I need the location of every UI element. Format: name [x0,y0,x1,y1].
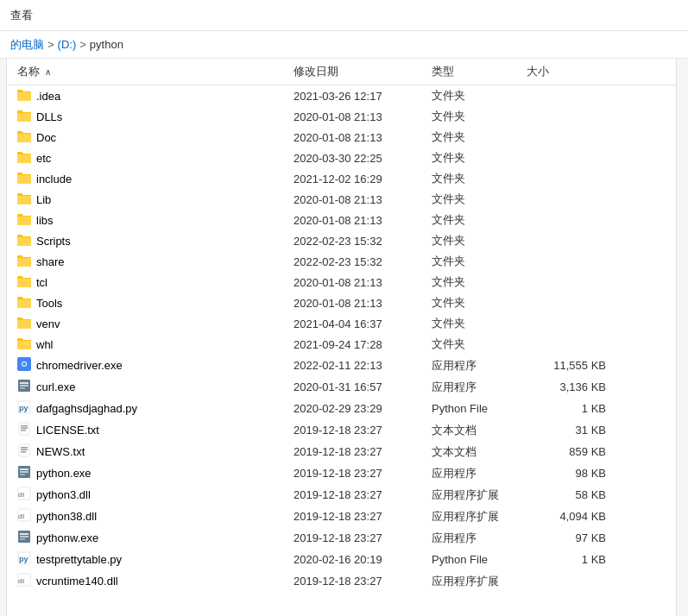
toolbar: 查看 [0,0,688,31]
scrollbar[interactable] [676,59,688,616]
file-type: 应用程序 [428,530,523,547]
table-row[interactable]: python.exe 2019-12-18 23:27 应用程序 98 KB [7,462,676,484]
table-row[interactable]: dll python38.dll 2019-12-18 23:27 应用程序扩展… [7,506,676,527]
exe-icon [17,465,31,481]
folder-icon [17,337,31,352]
svg-rect-10 [21,425,28,427]
file-name-cell: dll python3.dll [14,486,290,504]
file-modified: 2020-01-08 21:13 [290,110,428,124]
file-type: 文件夹 [428,232,523,249]
folder-icon [17,130,31,145]
table-row[interactable]: Tools 2020-01-08 21:13 文件夹 [7,292,676,313]
file-name: libs [36,214,54,227]
dll-icon: dll [17,487,31,503]
file-type: 文本文档 [428,422,523,439]
file-type: 文本文档 [428,443,523,461]
file-name-cell: tcl [14,274,290,291]
table-row[interactable]: DLLs 2020-01-08 21:13 文件夹 [7,106,676,127]
table-row[interactable]: venv 2021-04-04 16:37 文件夹 [7,313,676,334]
file-type: 文件夹 [428,273,523,291]
table-row[interactable]: Doc 2020-01-08 21:13 文件夹 [7,127,676,148]
file-modified: 2020-02-16 20:19 [290,552,428,567]
file-name: tcl [36,276,47,289]
file-type: 文件夹 [428,253,523,270]
file-name-cell: py dafgaghsdjaghad.py [14,399,290,418]
svg-rect-4 [20,382,28,384]
file-name: pythonw.exe [36,531,98,544]
col-name[interactable]: 名称 ∧ [14,62,290,81]
file-name-cell: dll vcruntime140.dll [14,572,290,590]
breadcrumb-drive[interactable]: (D:) [58,38,77,51]
table-row[interactable]: libs 2020-01-08 21:13 文件夹 [7,210,676,230]
table-row[interactable]: tcl 2020-01-08 21:13 文件夹 [7,272,676,292]
file-modified: 2019-12-18 23:27 [290,444,428,459]
file-name: Lib [36,193,51,206]
svg-rect-18 [20,468,28,470]
file-size: 31 KB [523,423,609,437]
file-type: 应用程序 [428,357,523,374]
file-name: chromedriver.exe [36,359,123,372]
col-type[interactable]: 类型 [428,62,523,81]
table-row[interactable]: etc 2020-03-30 22:25 文件夹 [7,148,676,168]
table-row[interactable]: whl 2021-09-24 17:28 文件夹 [7,334,676,355]
file-name: LICENSE.txt [36,424,99,437]
table-row[interactable]: py dafgaghsdjaghad.py 2020-02-29 23:29 P… [7,398,676,419]
folder-icon [17,317,31,331]
file-type: 文件夹 [428,191,523,208]
file-name-cell: chromedriver.exe [14,356,290,374]
svg-rect-6 [20,387,25,389]
file-name: python.exe [36,467,92,480]
col-modified[interactable]: 修改日期 [290,62,428,81]
svg-point-2 [22,362,26,366]
table-row[interactable]: NEWS.txt 2019-12-18 23:27 文本文档 859 KB [7,441,676,462]
exe-icon [17,530,31,546]
file-size [523,343,609,345]
table-row[interactable]: LICENSE.txt 2019-12-18 23:27 文本文档 31 KB [7,419,676,441]
exe-icon [17,357,31,374]
file-size: 97 KB [523,531,609,545]
table-row[interactable]: .idea 2021-03-26 12:17 文件夹 [7,85,676,106]
table-row[interactable]: chromedriver.exe 2022-02-11 22:13 应用程序 1… [7,355,676,376]
col-size[interactable]: 大小 [523,62,609,81]
file-modified: 2021-03-26 12:17 [290,89,428,104]
file-type: 应用程序扩展 [428,508,523,525]
table-row[interactable]: share 2022-02-23 15:32 文件夹 [7,251,676,272]
folder-icon [17,213,31,228]
file-name: python38.dll [36,510,97,523]
file-name: NEWS.txt [36,445,85,458]
file-type: 文件夹 [428,294,523,311]
file-type: 文件夹 [428,149,523,167]
svg-text:dll: dll [18,513,24,519]
table-row[interactable]: Scripts 2022-02-23 15:32 文件夹 [7,230,676,251]
file-type: 文件夹 [428,87,523,104]
file-name: DLLs [36,110,62,123]
file-size: 1 KB [523,552,609,567]
svg-text:dll: dll [18,492,24,498]
view-label[interactable]: 查看 [10,8,33,23]
file-name-cell: python.exe [14,464,290,482]
svg-text:py: py [19,404,28,412]
file-modified: 2022-02-11 22:13 [290,358,428,373]
table-row[interactable]: dll python3.dll 2019-12-18 23:27 应用程序扩展 … [7,484,676,506]
exe-icon [17,379,31,395]
folder-icon [17,275,31,290]
file-size: 11,555 KB [523,358,609,373]
svg-rect-19 [20,471,28,473]
table-row[interactable]: Lib 2020-01-08 21:13 文件夹 [7,189,676,210]
file-size [523,116,609,117]
file-modified: 2019-12-18 23:27 [290,423,428,437]
file-type: 文件夹 [428,211,523,229]
txt-icon [17,443,31,460]
file-type: 文件夹 [428,170,523,187]
table-row[interactable]: pythonw.exe 2019-12-18 23:27 应用程序 97 KB [7,527,676,549]
table-row[interactable]: py testprettytable.py 2020-02-16 20:19 P… [7,549,676,570]
file-name-cell: py testprettytable.py [14,550,290,569]
table-row[interactable]: dll vcruntime140.dll 2019-12-18 23:27 应用… [7,570,676,592]
file-name: curl.exe [36,380,76,393]
breadcrumb-pc[interactable]: 的电脑 [10,37,44,53]
table-row[interactable]: include 2021-12-02 16:29 文件夹 [7,168,676,189]
svg-rect-15 [21,449,28,451]
table-row[interactable]: curl.exe 2020-01-31 16:57 应用程序 3,136 KB [7,376,676,398]
py-icon: py [17,400,31,417]
file-modified: 2021-04-04 16:37 [290,317,428,331]
